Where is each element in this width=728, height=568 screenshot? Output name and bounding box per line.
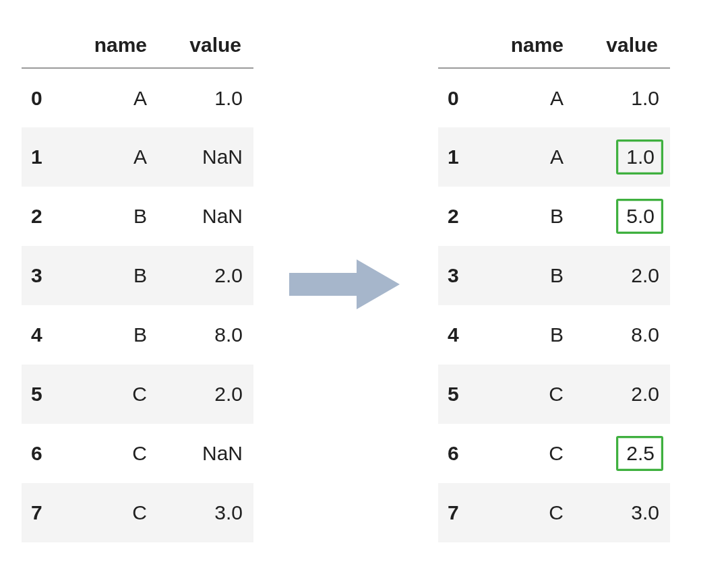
svg-rect-0 bbox=[289, 273, 358, 296]
cell-value: NaN bbox=[159, 424, 253, 483]
cell-name: B bbox=[65, 305, 159, 365]
right-table: name value 0A1.0 1A1.0 2B5.0 3B2.0 4B8.0… bbox=[438, 26, 670, 542]
left-col-header-value: value bbox=[159, 26, 253, 68]
row-index: 5 bbox=[22, 365, 65, 424]
right-col-header-name: name bbox=[481, 26, 576, 68]
cell-value: 3.0 bbox=[576, 483, 670, 542]
left-dataframe: name value 0A1.0 1ANaN 2BNaN 3B2.0 4B8.0… bbox=[0, 26, 270, 542]
cell-name: C bbox=[481, 365, 576, 424]
cell-value: 1.0 bbox=[159, 68, 253, 127]
cell-name: A bbox=[65, 68, 159, 127]
row-index: 7 bbox=[22, 483, 65, 542]
row-index: 3 bbox=[22, 246, 65, 305]
cell-name: C bbox=[65, 483, 159, 542]
row-index: 1 bbox=[22, 127, 65, 187]
cell-name: C bbox=[481, 483, 576, 542]
row-index: 7 bbox=[438, 483, 481, 542]
row-index: 6 bbox=[22, 424, 65, 483]
right-col-header-value: value bbox=[576, 26, 670, 68]
cell-value: 2.0 bbox=[576, 365, 670, 424]
cell-name: B bbox=[65, 246, 159, 305]
right-dataframe: name value 0A1.0 1A1.0 2B5.0 3B2.0 4B8.0… bbox=[438, 26, 708, 542]
arrow-right-icon bbox=[286, 254, 401, 315]
row-index: 2 bbox=[22, 187, 65, 246]
cell-name: A bbox=[481, 127, 576, 187]
row-index: 0 bbox=[22, 68, 65, 127]
cell-name: C bbox=[65, 365, 159, 424]
cell-name: C bbox=[65, 424, 159, 483]
highlight-box: 5.0 bbox=[616, 199, 663, 234]
cell-value: 3.0 bbox=[159, 483, 253, 542]
cell-name: C bbox=[481, 424, 576, 483]
cell-name: B bbox=[65, 187, 159, 246]
left-index-header bbox=[22, 26, 65, 68]
left-col-header-name: name bbox=[65, 26, 159, 68]
cell-name: B bbox=[481, 187, 576, 246]
cell-value: 1.0 bbox=[576, 68, 670, 127]
row-index: 1 bbox=[438, 127, 481, 187]
left-table: name value 0A1.0 1ANaN 2BNaN 3B2.0 4B8.0… bbox=[22, 26, 253, 542]
cell-name: A bbox=[481, 68, 576, 127]
row-index: 4 bbox=[22, 305, 65, 365]
cell-value: 8.0 bbox=[576, 305, 670, 365]
cell-name: B bbox=[481, 246, 576, 305]
cell-value-highlighted: 2.5 bbox=[576, 424, 670, 483]
row-index: 5 bbox=[438, 365, 481, 424]
cell-value: 2.0 bbox=[159, 365, 253, 424]
cell-value: 8.0 bbox=[159, 305, 253, 365]
cell-value: 2.0 bbox=[576, 246, 670, 305]
highlight-box: 1.0 bbox=[616, 139, 663, 175]
transform-arrow bbox=[276, 254, 411, 315]
row-index: 3 bbox=[438, 246, 481, 305]
cell-value: NaN bbox=[159, 187, 253, 246]
cell-value: 2.0 bbox=[159, 246, 253, 305]
cell-value-highlighted: 1.0 bbox=[576, 127, 670, 187]
highlight-box: 2.5 bbox=[616, 436, 663, 471]
row-index: 4 bbox=[438, 305, 481, 365]
row-index: 6 bbox=[438, 424, 481, 483]
svg-marker-1 bbox=[357, 259, 400, 309]
row-index: 2 bbox=[438, 187, 481, 246]
cell-value: NaN bbox=[159, 127, 253, 187]
right-index-header bbox=[438, 26, 481, 68]
cell-value-highlighted: 5.0 bbox=[576, 187, 670, 246]
row-index: 0 bbox=[438, 68, 481, 127]
cell-name: B bbox=[481, 305, 576, 365]
cell-name: A bbox=[65, 127, 159, 187]
